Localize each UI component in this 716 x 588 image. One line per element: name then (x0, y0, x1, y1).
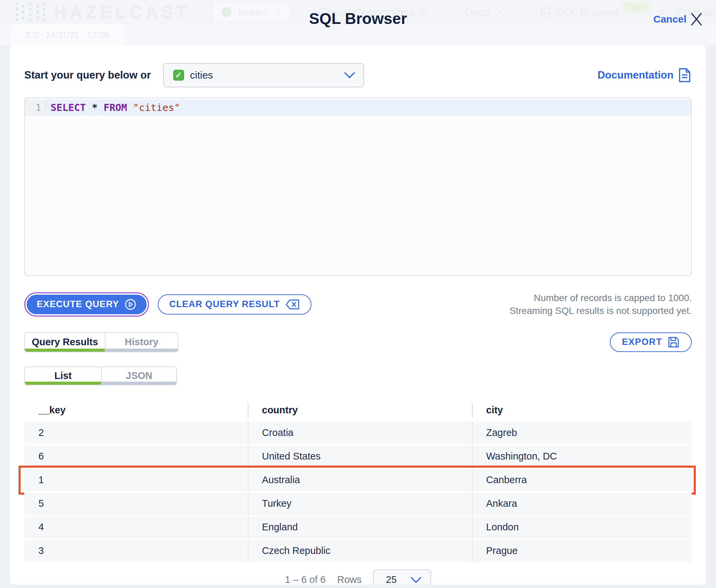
sql-browser-modal: Start your query below or ✓ cities Docum… (10, 45, 706, 585)
cluster-version-info: 5.0 - 24/11/21 - 12:36 (26, 30, 109, 40)
sql-star: * (92, 102, 98, 113)
cell-city: Prague (472, 540, 692, 562)
results-tabs-row: Query Results History EXPORT (24, 332, 692, 352)
cell-key: 5 (24, 492, 248, 515)
execute-query-focus-ring: EXECUTE QUERY (24, 292, 149, 317)
table-row[interactable]: 3 Czech Republic Prague (24, 540, 692, 562)
check-icon: ✓ (173, 70, 184, 81)
column-header-city: city (472, 403, 692, 418)
cell-key: 1 (24, 469, 248, 491)
column-header-key: __key (24, 403, 248, 418)
rows-per-page-value: 25 (386, 574, 397, 585)
backspace-icon (285, 299, 300, 310)
sql-keyword: SELECT (50, 102, 86, 113)
editor-line-number: 1 (25, 100, 46, 115)
query-bar: Start your query below or ✓ cities Docum… (24, 63, 692, 87)
tab-query-results[interactable]: Query Results (25, 333, 105, 352)
cell-city: London (472, 516, 692, 539)
documentation-link[interactable]: Documentation (597, 67, 692, 83)
export-button[interactable]: EXPORT (610, 332, 692, 352)
page-title: SQL Browser (0, 9, 716, 28)
tab-json[interactable]: JSON (101, 367, 176, 385)
inactive-tab-underline (102, 382, 176, 385)
cancel-button[interactable]: Cancel (653, 14, 686, 25)
column-header-country: country (248, 403, 472, 418)
table-row[interactable]: 6 United States Washington, DC (24, 445, 692, 468)
pagination: 1 – 6 of 6 Rows 25 (24, 569, 692, 585)
clear-query-result-button[interactable]: CLEAR QUERY RESULT (158, 294, 312, 315)
view-tab-group: List JSON (24, 366, 177, 385)
background-cluster-tab: 5.0 - 24/11/21 - 12:36 (10, 25, 125, 45)
table-row[interactable]: 5 Turkey Ankara (24, 492, 692, 515)
cell-city: Zagreb (472, 422, 692, 444)
query-prompt: Start your query below or (24, 69, 151, 81)
cell-key: 6 (24, 445, 248, 468)
cell-country: Czech Republic (248, 540, 472, 562)
editor-active-line: 1 SELECT * FROM "cities" (25, 100, 691, 115)
map-select-value: cities (190, 69, 213, 81)
save-icon (668, 336, 680, 348)
close-icon[interactable] (689, 12, 704, 26)
rows-label: Rows (337, 574, 362, 585)
cell-city: Canberra (472, 469, 692, 491)
document-icon (678, 67, 692, 83)
execute-query-button[interactable]: EXECUTE QUERY (27, 295, 147, 314)
cell-country: Croatia (248, 422, 472, 444)
cell-country: Turkey (248, 492, 472, 515)
tab-list[interactable]: List (25, 367, 101, 385)
cell-country: Australia (248, 469, 472, 491)
active-tab-underline (25, 382, 101, 385)
sql-editor[interactable]: 1 SELECT * FROM "cities" (24, 98, 692, 276)
inactive-tab-underline (106, 349, 178, 352)
chevron-down-icon (410, 576, 422, 584)
records-note: Number of records is capped to 1000. Str… (509, 292, 692, 317)
cell-key: 2 (24, 422, 248, 444)
table-row[interactable]: 1 Australia Canberra (24, 469, 692, 491)
cell-country: United States (248, 445, 472, 468)
results-tab-group: Query Results History (24, 332, 178, 352)
map-select-dropdown[interactable]: ✓ cities (163, 63, 364, 87)
play-circle-icon (124, 298, 136, 311)
cell-city: Washington, DC (472, 445, 692, 468)
sql-string: "cities" (133, 102, 180, 113)
active-tab-underline (25, 349, 105, 352)
cell-key: 4 (24, 516, 248, 539)
tab-history[interactable]: History (105, 333, 178, 352)
cell-key: 3 (24, 540, 248, 562)
cell-country: England (248, 516, 472, 539)
rows-per-page-select[interactable]: 25 (373, 569, 431, 585)
table-header: __key country city (24, 400, 692, 420)
table-row[interactable]: 2 Croatia Zagreb (24, 422, 692, 444)
cell-city: Ankara (472, 492, 692, 515)
chevron-down-icon (344, 71, 355, 79)
table-body: 2 Croatia Zagreb 6 United States Washing… (24, 422, 692, 562)
sql-keyword: FROM (104, 102, 127, 113)
results-table: __key country city 2 Croatia Zagreb 6 Un… (24, 400, 692, 562)
actions-row: EXECUTE QUERY CLEAR QUERY RESULT Number … (24, 292, 692, 317)
editor-code-line: SELECT * FROM "cities" (46, 100, 691, 115)
table-row[interactable]: 4 England London (24, 516, 692, 539)
view-tabs-row: List JSON (24, 366, 692, 385)
page-range: 1 – 6 of 6 (285, 574, 325, 585)
